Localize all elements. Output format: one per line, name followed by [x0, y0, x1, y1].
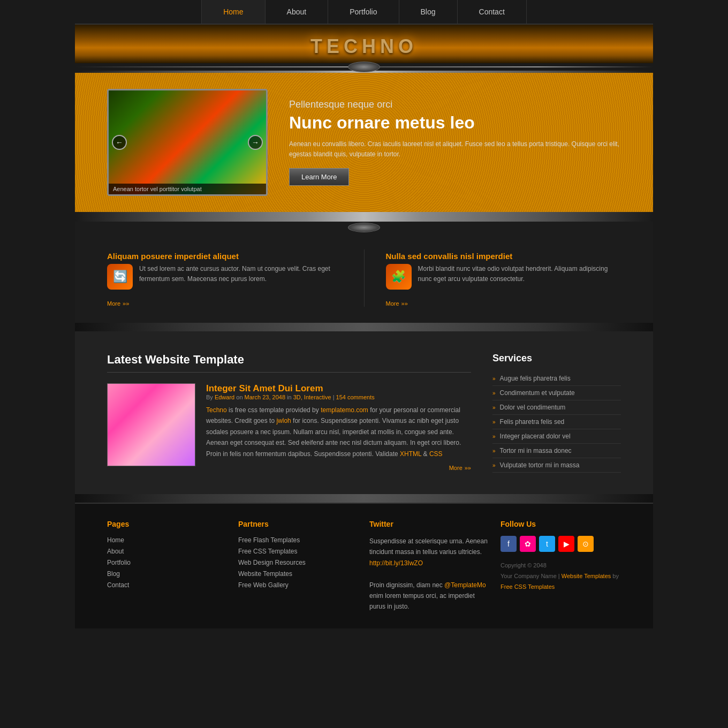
- post-css-link[interactable]: CSS: [429, 450, 443, 458]
- section-divider: [107, 372, 471, 373]
- footer-partner-link-1[interactable]: Free CSS Templates: [238, 548, 298, 555]
- sidebar-link-0[interactable]: Augue felis pharetra felis: [500, 375, 571, 382]
- feature-2-more[interactable]: More »»: [386, 300, 621, 307]
- sidebar-item-0: »Augue felis pharetra felis: [492, 371, 621, 386]
- footer-partners: Partners Free Flash Templates Free CSS T…: [238, 520, 359, 612]
- feature-1-more-icon: »»: [123, 300, 129, 307]
- footer-link-home[interactable]: Home: [107, 536, 124, 544]
- footer-separator: [75, 494, 653, 503]
- feature-2-more-icon: »»: [401, 300, 408, 307]
- features-section: Aliquam posuere imperdiet aliquet 🔄 Ut s…: [75, 233, 653, 323]
- header-ornament: [75, 63, 653, 71]
- sidebar-item-5: »Tortor mi in massa donec: [492, 444, 621, 458]
- hero-content: Pellentesque neque orci Nunc ornare metu…: [289, 99, 621, 186]
- footer-link-about[interactable]: About: [107, 548, 124, 555]
- divider-center-ornament: [348, 62, 380, 72]
- nav-contact[interactable]: Contact: [458, 0, 527, 24]
- footer-link-contact[interactable]: Contact: [107, 581, 129, 589]
- feature-2-title: Nulla sed convallis nisl imperdiet: [386, 252, 621, 261]
- hero-text: Aenean eu convallis libero. Cras iaculis…: [289, 139, 621, 160]
- sidebar-link-6[interactable]: Vulputate tortor mi in massa: [500, 461, 580, 469]
- post-more-link[interactable]: More »»: [206, 465, 471, 471]
- sidebar-list: »Augue felis pharetra felis »Condimentum…: [492, 371, 621, 473]
- feature-2-header: 🧩 Morbi blandit nunc vitae odio volutpat…: [386, 264, 621, 290]
- feature-2-icon: 🧩: [386, 264, 412, 290]
- hero-slider-caption: Aenean tortor vel porttitor volutpat: [109, 184, 266, 194]
- footer-pages-home: Home: [107, 536, 228, 544]
- nav-portfolio[interactable]: Portfolio: [328, 0, 399, 24]
- post-jwloh-link[interactable]: jwloh: [276, 417, 291, 424]
- rss-icon[interactable]: ⊙: [578, 536, 594, 552]
- twitter-icon[interactable]: t: [539, 536, 555, 552]
- feature-1-title: Aliquam posuere imperdiet aliquet: [107, 252, 343, 261]
- divider-2: [75, 212, 653, 222]
- sidebar-item-1: »Condimentum et vulputate: [492, 386, 621, 400]
- sidebar-item-3: »Felis pharetra felis sed: [492, 415, 621, 429]
- hero-slider-image: [109, 90, 266, 194]
- sidebar-link-1[interactable]: Condimentum et vulputate: [500, 389, 575, 397]
- header-banner: TECHNO: [75, 25, 653, 63]
- footer-pages-title: Pages: [107, 520, 228, 528]
- post-xhtml-link[interactable]: XHTML: [400, 450, 421, 458]
- footer-link-blog[interactable]: Blog: [107, 570, 120, 578]
- nav-blog[interactable]: Blog: [399, 0, 458, 24]
- sidebar-arrow-2: »: [492, 405, 496, 411]
- hero-slider: Aenean tortor vel porttitor volutpat ← →: [107, 89, 268, 196]
- sidebar-item-6: »Vulputate tortor mi in massa: [492, 458, 621, 473]
- footer-pages-portfolio: Portfolio: [107, 558, 228, 566]
- sidebar-arrow-1: »: [492, 390, 496, 396]
- footer-copyright: Copyright © 2048 Your Company Name | Web…: [500, 560, 621, 592]
- learn-more-button[interactable]: Learn More: [289, 168, 349, 186]
- sidebar-title: Services: [492, 353, 621, 364]
- footer-partner-link-4[interactable]: Free Web Gallery: [238, 581, 289, 589]
- footer-link-portfolio[interactable]: Portfolio: [107, 559, 131, 566]
- post-comments[interactable]: 154 comments: [336, 394, 375, 400]
- hero-slider-next-button[interactable]: →: [248, 135, 263, 150]
- main-column: Latest Website Template Integer Sit Amet…: [107, 353, 471, 473]
- sidebar-link-3[interactable]: Felis pharetra felis sed: [500, 418, 565, 426]
- post-more-icon: »»: [465, 465, 471, 471]
- post-techno-link[interactable]: Techno: [206, 406, 227, 414]
- footer-follow-title: Follow Us: [500, 520, 621, 528]
- post-author[interactable]: Edward: [215, 394, 234, 400]
- footer-partner-link-3[interactable]: Website Templates: [238, 570, 292, 578]
- footer-pages: Pages Home About Portfolio Blog Contact: [107, 520, 228, 612]
- footer-follow: Follow Us f ✿ t ▶ ⊙ Copyright © 2048 You…: [500, 520, 621, 612]
- header-divider: [75, 63, 653, 73]
- sidebar-link-5[interactable]: Tortor mi in massa donec: [500, 447, 572, 454]
- hero-slider-prev-button[interactable]: ←: [112, 135, 127, 150]
- feature-2: Nulla sed convallis nisl imperdiet 🧩 Mor…: [386, 249, 621, 307]
- post-templatemo-link[interactable]: templatemo.com: [321, 406, 368, 414]
- site-title: TECHNO: [75, 35, 653, 58]
- footer-website-templates-link[interactable]: Website Templates: [562, 573, 611, 579]
- footer-twitter-link1[interactable]: http://bit.ly/13IwZO: [369, 559, 423, 567]
- sidebar-item-4: »Integer placerat dolor vel: [492, 429, 621, 444]
- sidebar-link-2[interactable]: Dolor vel condimentum: [500, 404, 566, 411]
- footer-twitter: Twitter Suspendisse at scelerisque urna.…: [369, 520, 490, 612]
- post-text: Techno is free css template provided by …: [206, 405, 471, 459]
- flickr-icon[interactable]: ✿: [520, 536, 536, 552]
- post-date[interactable]: March 23, 2048: [245, 394, 285, 400]
- footer-partners-list: Free Flash Templates Free CSS Templates …: [238, 536, 359, 589]
- post-meta: By Edward on March 23, 2048 in 3D, Inter…: [206, 394, 471, 400]
- post-title[interactable]: Integer Sit Amet Dui Lorem: [206, 383, 323, 393]
- feature-divider: [364, 249, 365, 307]
- nav-about[interactable]: About: [266, 0, 329, 24]
- post-categories[interactable]: 3D, Interactive: [293, 394, 331, 400]
- footer-partner-link-2[interactable]: Web Design Resources: [238, 559, 306, 566]
- nav-home[interactable]: Home: [201, 0, 265, 24]
- feature-1: Aliquam posuere imperdiet aliquet 🔄 Ut s…: [107, 249, 343, 307]
- facebook-icon[interactable]: f: [500, 536, 517, 552]
- main-nav: Home About Portfolio Blog Contact: [75, 0, 653, 25]
- sidebar-arrow-4: »: [492, 434, 496, 439]
- footer-twitter-link2[interactable]: @TemplateMo: [444, 581, 486, 589]
- sidebar-arrow-3: »: [492, 419, 496, 425]
- footer-partner-link-0[interactable]: Free Flash Templates: [238, 536, 300, 544]
- section-separator: [75, 323, 653, 331]
- footer-pages-about: About: [107, 547, 228, 555]
- footer-twitter-content: Suspendisse at scelerisque urna. Aenean …: [369, 536, 490, 612]
- feature-1-more[interactable]: More »»: [107, 300, 343, 307]
- sidebar-link-4[interactable]: Integer placerat dolor vel: [500, 433, 571, 440]
- youtube-icon[interactable]: ▶: [558, 536, 574, 552]
- footer-free-css-link[interactable]: Free CSS Templates: [500, 583, 555, 590]
